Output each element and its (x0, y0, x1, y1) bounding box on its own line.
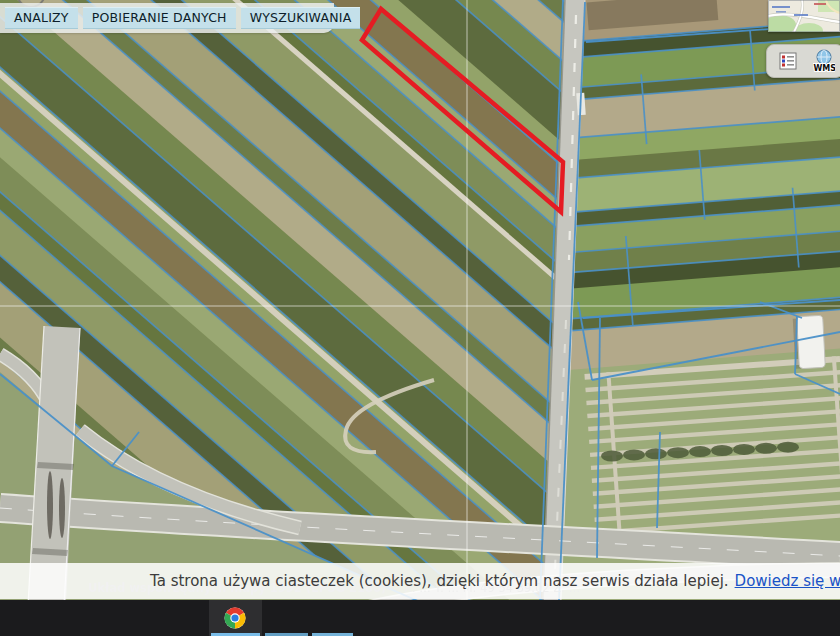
windows-taskbar: 24% 1 0°C Pochmurnie A (0, 600, 840, 636)
main-menu: ANALIZY POBIERANIE DANYCH WYSZUKIWANIA (0, 3, 334, 33)
taskbar-running-indicator (265, 633, 308, 636)
wms-button[interactable]: WMS (813, 49, 835, 73)
cookie-message: Ta strona używa ciasteczek (cookies), dz… (150, 572, 729, 590)
inset-place-label-red (814, 3, 826, 5)
chrome-active-taskbar-button[interactable] (209, 600, 262, 636)
inset-place-label (772, 6, 790, 8)
legend-list-icon (779, 52, 797, 70)
wms-label: WMS (814, 64, 836, 73)
legend-button[interactable] (777, 49, 799, 73)
cookie-learn-more-link[interactable]: Dowiedz się więcej (735, 572, 840, 590)
taskbar-running-indicator (312, 633, 353, 636)
map-viewport[interactable] (0, 0, 840, 600)
menu-pobieranie-danych-button[interactable]: POBIERANIE DANYCH (83, 7, 236, 29)
inset-place-label (794, 14, 808, 16)
chrome-browser-icon (224, 607, 246, 629)
taskbar-running-indicator (211, 633, 260, 636)
overview-inset-map[interactable] (768, 0, 840, 32)
cookie-banner: Ta strona używa ciasteczek (cookies), dz… (0, 563, 840, 599)
menu-wyszukiwania-button[interactable]: WYSZUKIWANIA (241, 7, 361, 29)
aerial-map[interactable] (0, 0, 840, 600)
wms-globe-icon: WMS (813, 49, 835, 73)
map-toolbar: WMS (766, 44, 840, 78)
menu-analizy-button[interactable]: ANALIZY (5, 7, 78, 29)
